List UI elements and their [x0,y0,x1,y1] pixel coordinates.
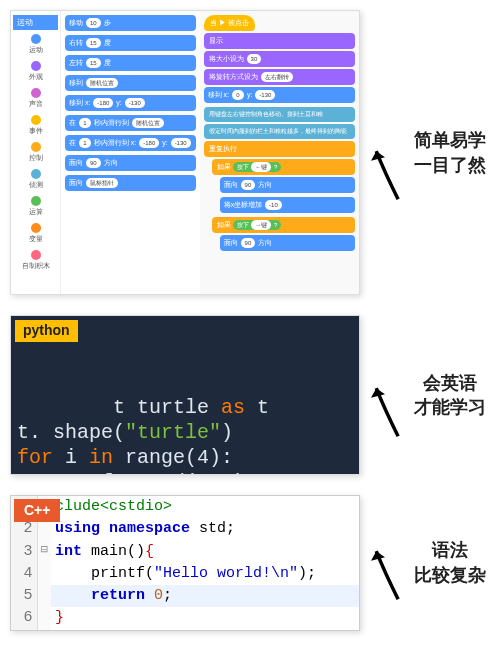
block-value[interactable]: 鼠标指针 [86,178,118,188]
block-value[interactable]: 90 [86,158,101,168]
palette-category[interactable]: 运算 [13,196,58,217]
arrow-icon [365,138,405,208]
python-tag: python [15,320,78,342]
motion-block[interactable]: 移到 随机位置 [65,75,196,91]
hat-block[interactable]: 当 ▶ 被点击 [204,15,255,31]
palette-category[interactable]: 事件 [13,115,58,136]
fold-gutter[interactable] [37,607,51,629]
block-value[interactable]: -180 [139,138,159,148]
block-label: 将旋转方式设为 [209,73,258,80]
block-value[interactable]: -130 [125,98,145,108]
block-value[interactable]: 90 [241,180,256,190]
category-label: 自制积木 [22,261,50,271]
block-value[interactable]: 1 [79,118,91,128]
code-line: 2 using namespace std; [11,518,359,540]
motion-block[interactable]: 在 1 秒内滑行到 x: -180 y: -130 [65,135,196,151]
looks-block[interactable]: 将旋转方式设为 左右翻转 [204,69,355,85]
block-value[interactable]: 0 [232,90,244,100]
looks-block[interactable]: 显示 [204,33,355,49]
comment-block[interactable]: 假定时间内服到的栏土和粮粒越多，最终得到的陶瓷 [204,124,355,139]
palette-category[interactable]: 外观 [13,61,58,82]
code-line: 3 ⊟ int main(){ [11,541,359,563]
loop-block[interactable]: 重复执行 [204,141,355,157]
palette-category[interactable]: 自制积木 [13,250,58,271]
block-value[interactable]: 随机位置 [132,118,164,128]
category-dot-icon [31,250,41,260]
motion-block[interactable]: 左转 15 度 [65,55,196,71]
scratch-block-list: 移动 10 步右转 15 度左转 15 度移到 随机位置 移到 x: -180 … [61,11,200,294]
block-value[interactable]: -10 [265,200,282,210]
line-number: 5 [11,585,37,607]
palette-category[interactable]: 运动 [13,34,58,55]
palette-category[interactable]: 声音 [13,88,58,109]
motion-block[interactable]: 将x坐标增加 -10 [220,197,355,213]
block-value[interactable]: →键 [251,220,271,230]
scratch-panel: Scratch 运动 运动外观声音事件控制侦测运算变量自制积木 移动 10 步右… [10,10,360,295]
motion-block[interactable]: 移动 10 步 [65,15,196,31]
code-text: clude<cstdio> [55,498,172,515]
block-label: 步 [104,19,111,26]
category-label: 变量 [29,234,43,244]
fold-gutter[interactable]: ⊟ [37,541,51,563]
condition-block[interactable]: 按下 →键 ? [233,220,282,230]
block-value[interactable]: ←键 [251,162,271,172]
scratch-category-palette: 运动 运动外观声音事件控制侦测运算变量自制积木 [11,11,61,294]
fold-gutter[interactable] [37,563,51,585]
motion-block[interactable]: 面向 90 方向 [220,235,355,251]
motion-block[interactable]: 面向 鼠标指针 [65,175,196,191]
block-value[interactable]: 15 [86,38,101,48]
category-dot-icon [31,115,41,125]
category-dot-icon [31,34,41,44]
palette-category[interactable]: 变量 [13,223,58,244]
block-value[interactable]: -130 [171,138,191,148]
category-dot-icon [31,169,41,179]
scratch-current-category: 运动 [13,15,58,30]
comment-block[interactable]: 用键盘左右键控制角色移动、接到土豆和粮 [204,107,355,122]
motion-block[interactable]: 面向 90 方向 [65,155,196,171]
block-value[interactable]: -180 [93,98,113,108]
arrow-icon [365,538,405,608]
block-label: 在 [69,139,76,146]
category-label: 外观 [29,72,43,82]
motion-block[interactable]: 移到 x: 0 y: -130 [204,87,355,103]
code-line: 6 } [11,607,359,629]
motion-block[interactable]: 右转 15 度 [65,35,196,51]
category-label: 运动 [29,45,43,55]
category-dot-icon [31,223,41,233]
condition-block[interactable]: 按下 ←键 ? [233,162,282,172]
motion-block[interactable]: 在 1 秒内滑行到 随机位置 [65,115,196,131]
block-label: 面向 [224,181,238,188]
block-label: 面向 [224,239,238,246]
category-label: 事件 [29,126,43,136]
palette-category[interactable]: 控制 [13,142,58,163]
block-label: 在 [69,119,76,126]
palette-category[interactable]: 侦测 [13,169,58,190]
if-block[interactable]: 如果 按下 ←键 ? [212,159,355,175]
block-value[interactable]: -130 [255,90,275,100]
block-label: 方向 [258,181,272,188]
block-value[interactable]: 10 [86,18,101,28]
block-value[interactable]: 左右翻转 [261,72,293,82]
block-label: 移到 x: [69,99,90,106]
block-value[interactable]: 1 [79,138,91,148]
category-dot-icon [31,61,41,71]
motion-block[interactable]: 面向 90 方向 [220,177,355,193]
block-value[interactable]: 30 [247,54,262,64]
motion-block[interactable]: 移到 x: -180 y: -130 [65,95,196,111]
block-label: 方向 [104,159,118,166]
block-value[interactable]: 90 [241,238,256,248]
category-label: 侦测 [29,180,43,190]
block-label: y: [162,139,167,146]
looks-block[interactable]: 将大小设为 30 [204,51,355,67]
line-number: 4 [11,563,37,585]
block-label: y: [116,99,121,106]
block-label: 面向 [69,179,83,186]
block-value[interactable]: 随机位置 [86,78,118,88]
block-label: 左转 [69,59,83,66]
if-block[interactable]: 如果 按下 →键 ? [212,217,355,233]
block-value[interactable]: 15 [86,58,101,68]
fold-gutter[interactable] [37,585,51,607]
block-label: 如果 [217,163,231,170]
line-number: 6 [11,607,37,629]
block-label: 面向 [69,159,83,166]
